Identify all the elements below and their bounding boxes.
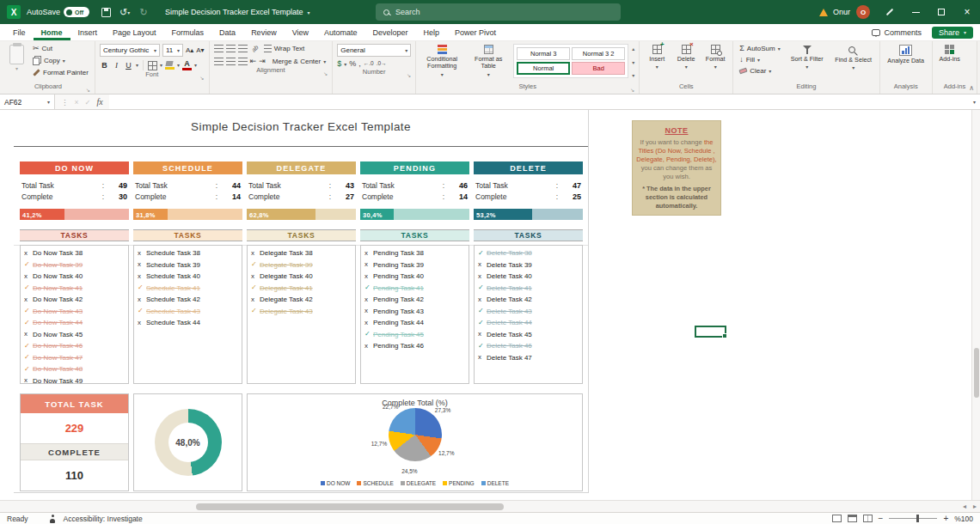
formula-input[interactable] (109, 94, 969, 109)
active-cell-selection[interactable] (695, 326, 726, 338)
task-row[interactable]: ✓Do Now Task 47 (24, 352, 128, 364)
pie-chart-box[interactable]: Complete Total (%) 27,3%12,7%24,5%12,7%2… (247, 393, 583, 491)
task-row[interactable]: xSchedule Task 42 (138, 294, 242, 306)
copy-button[interactable]: Copy▾ (31, 55, 90, 66)
increase-font-size-button[interactable]: A▴ (186, 46, 193, 54)
redo-button[interactable]: ↻ (134, 3, 153, 21)
font-color-button[interactable]: A (182, 60, 192, 70)
tab-file[interactable]: File (5, 24, 34, 40)
delete-cells-button[interactable]: Delete▾ (673, 44, 699, 70)
middle-align-button[interactable] (226, 45, 236, 52)
task-row[interactable]: ✓Delete Task 46 (478, 340, 582, 352)
pen-button[interactable] (877, 0, 903, 24)
tab-data[interactable]: Data (211, 24, 243, 40)
increase-indent-button[interactable]: ⇥ (259, 58, 266, 65)
task-row[interactable]: ✓Delete Task 44 (478, 317, 582, 329)
task-row[interactable]: ✓Pending Task 41 (364, 283, 469, 295)
task-row[interactable]: xDelete Task 42 (478, 294, 582, 306)
format-cells-button[interactable]: Format▾ (702, 44, 728, 70)
zoom-slider[interactable] (889, 518, 937, 519)
task-row[interactable]: xSchedule Task 44 (138, 317, 242, 329)
task-row[interactable]: ✓Schedule Task 43 (138, 306, 242, 318)
task-row[interactable]: xPending Task 42 (364, 294, 469, 306)
autosum-button[interactable]: ΣAutoSum▾ (738, 44, 782, 53)
tab-review[interactable]: Review (243, 24, 285, 40)
gallery-down-button[interactable]: ▾ (632, 59, 634, 65)
align-right-button[interactable] (238, 58, 248, 65)
task-row[interactable]: xDo Now Task 42 (24, 294, 128, 306)
task-row[interactable]: ✓Delegate Task 41 (251, 283, 355, 295)
conditional-formatting-button[interactable]: Conditional Formatting▾ (420, 44, 463, 77)
task-row[interactable]: ✓Do Now Task 46 (24, 340, 128, 352)
search-input[interactable] (395, 8, 613, 16)
tab-formulas[interactable]: Formulas (164, 24, 212, 40)
save-button[interactable] (96, 3, 115, 21)
cell-style-normal-3-2[interactable]: Normal 3 2 (572, 47, 625, 60)
paste-button[interactable]: ▾ (6, 44, 28, 72)
insert-cells-button[interactable]: Insert▾ (644, 44, 670, 70)
alert-icon[interactable] (819, 9, 828, 16)
tab-page-layout[interactable]: Page Layout (105, 24, 164, 40)
task-row[interactable]: xPending Task 43 (364, 306, 469, 318)
zoom-slider-thumb[interactable] (916, 515, 919, 522)
task-row[interactable]: xPending Task 38 (364, 247, 469, 259)
toggle-switch[interactable]: Off (64, 7, 89, 17)
font-family-select[interactable]: Century Gothic▾ (100, 44, 160, 57)
horizontal-scrollbar-thumb[interactable] (196, 503, 504, 510)
bold-button[interactable]: B (100, 61, 109, 70)
task-row[interactable]: xDo Now Task 40 (24, 271, 128, 283)
task-row[interactable]: xPending Task 44 (364, 317, 469, 329)
tab-automate[interactable]: Automate (316, 24, 365, 40)
tab-home[interactable]: Home (34, 24, 70, 40)
zoom-in-button[interactable]: + (943, 515, 948, 523)
font-size-select[interactable]: 11▾ (162, 44, 183, 57)
number-format-select[interactable]: General▾ (337, 44, 411, 57)
zoom-out-button[interactable]: − (879, 515, 884, 523)
task-row[interactable]: xDelete Task 39 (478, 259, 582, 271)
cell-style-bad[interactable]: Bad (572, 62, 625, 75)
task-row[interactable]: ✓Do Now Task 48 (24, 363, 128, 375)
clear-button[interactable]: Clear▾ (738, 66, 782, 76)
underline-button[interactable]: U (124, 61, 133, 70)
cell-style-normal-3[interactable]: Normal 3 (517, 47, 570, 60)
align-center-button[interactable] (226, 58, 236, 65)
fill-button[interactable]: ↓Fill▾ (738, 55, 782, 64)
format-painter-button[interactable]: Format Painter (31, 68, 90, 77)
avatar[interactable]: O (856, 5, 870, 19)
share-button[interactable]: Share ▾ (932, 27, 973, 39)
task-row[interactable]: xDelegate Task 38 (251, 247, 355, 259)
bottom-align-button[interactable] (238, 45, 248, 52)
task-row[interactable]: xPending Task 46 (364, 340, 469, 352)
gallery-up-button[interactable]: ▴ (632, 46, 634, 52)
vertical-scrollbar-thumb[interactable] (974, 348, 979, 398)
collapse-ribbon-button[interactable]: ∧ (969, 84, 974, 92)
tab-help[interactable]: Help (416, 24, 448, 40)
cut-button[interactable]: ✂Cut (31, 44, 90, 53)
gallery-more-button[interactable]: ▾ (632, 72, 634, 78)
task-row[interactable]: ✓Schedule Task 41 (138, 283, 242, 295)
align-left-button[interactable] (214, 58, 224, 65)
tab-power-pivot[interactable]: Power Pivot (447, 24, 504, 40)
merge-center-button[interactable]: Merge & Center▾ (268, 57, 328, 66)
sheet-canvas[interactable]: Simple Decision Tracker Excel Template N… (0, 110, 971, 500)
decrease-decimal-button[interactable]: .0→ (377, 61, 387, 67)
dialog-launcher-icon[interactable]: ↘ (200, 75, 205, 81)
accounting-format-button[interactable]: $ (337, 60, 341, 68)
cancel-icon[interactable]: × (75, 98, 79, 107)
task-row[interactable]: xDelegate Task 42 (251, 294, 355, 306)
autosave-toggle[interactable]: AutoSave Off (27, 7, 89, 17)
italic-button[interactable]: I (112, 61, 121, 70)
cell-style-normal[interactable]: Normal (517, 62, 570, 75)
task-row[interactable]: ✓Do Now Task 41 (24, 283, 128, 295)
undo-button[interactable]: ↺▾ (115, 3, 134, 21)
task-row[interactable]: xPending Task 39 (364, 259, 469, 271)
orientation-button[interactable]: ab (249, 43, 260, 54)
donut-chart-box[interactable]: 48,0% (133, 393, 242, 491)
insert-function-button[interactable]: fx (97, 97, 103, 107)
task-row[interactable]: xSchedule Task 39 (138, 259, 242, 271)
decrease-indent-button[interactable]: ⇤ (250, 58, 257, 65)
task-row[interactable]: xDo Now Task 49 (24, 375, 128, 385)
task-row[interactable]: xDelete Task 40 (478, 271, 582, 283)
task-row[interactable]: xDo Now Task 38 (24, 247, 128, 259)
task-row[interactable]: xDelegate Task 40 (251, 271, 355, 283)
